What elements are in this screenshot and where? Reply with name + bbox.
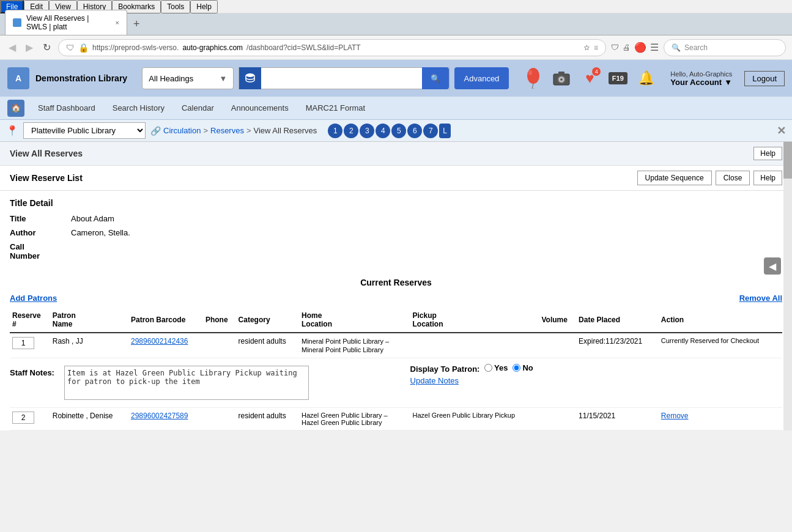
col-patron-name: PatronName xyxy=(50,308,128,333)
reserve-list-help-btn[interactable]: Help xyxy=(753,171,782,185)
table-row: Robinette , Denise 29896002427589 reside… xyxy=(10,408,782,430)
nav-announcements[interactable]: Announcements xyxy=(223,98,297,117)
add-patrons-link[interactable]: Add Patrons xyxy=(10,294,57,303)
browser-search-label: Search xyxy=(684,43,708,52)
url-bar[interactable]: 🛡 🔒 https://preprod-swls-verso.auto-grap… xyxy=(58,39,606,56)
breadcrumb: 🔗 Circulation > Reserves > View All Rese… xyxy=(150,126,317,136)
print-icon[interactable]: 🖨 xyxy=(623,43,631,52)
library-name: Demonstration Library xyxy=(35,73,127,83)
tab-title: View All Reserves | SWLS | platt xyxy=(26,14,111,31)
menu-help[interactable]: Help xyxy=(190,0,218,13)
view-all-reserves-help-btn[interactable]: Help xyxy=(753,147,782,160)
menu-hamburger-icon[interactable]: ☰ xyxy=(650,42,659,53)
reserve2-patron-name: Robinette , Denise xyxy=(50,408,128,430)
balloon-icon[interactable] xyxy=(522,67,544,89)
table-header-row: Reserve# PatronName Patron Barcode Phone… xyxy=(10,308,782,333)
reserve2-pickup-location: Hazel Green Public Library Pickup xyxy=(410,408,539,430)
back-arrow-btn[interactable]: ◀ xyxy=(764,257,781,275)
title-row: Title About Adam xyxy=(10,214,782,223)
browser-tab-active[interactable]: View All Reserves | SWLS | platt × xyxy=(5,10,127,35)
page-5[interactable]: 5 xyxy=(391,124,406,138)
display-patron-yes-radio[interactable] xyxy=(484,364,492,372)
url-domain: auto-graphics.com xyxy=(182,43,243,52)
location-selector[interactable]: Platteville Public Library xyxy=(23,122,146,139)
col-pickup-location: PickupLocation xyxy=(410,308,539,333)
reserves-actions: Add Patrons Remove All xyxy=(10,294,782,303)
refresh-btn[interactable]: ↻ xyxy=(40,39,53,56)
breadcrumb-chain-icon: 🔗 xyxy=(150,126,161,136)
display-patron-radio-group[interactable]: Yes No xyxy=(484,363,533,372)
update-sequence-btn[interactable]: Update Sequence xyxy=(637,171,712,185)
favorites-icon[interactable]: ♥ 4 xyxy=(579,67,601,89)
col-home-location: HomeLocation xyxy=(299,308,410,333)
main-content: View All Reserves Help View Reserve List… xyxy=(0,142,792,430)
scrollbar[interactable] xyxy=(783,142,792,430)
scanner-icon[interactable] xyxy=(550,67,572,89)
f19-shortcut-icon[interactable]: F19 xyxy=(607,67,629,89)
nav-search-history[interactable]: Search History xyxy=(104,98,173,117)
database-icon[interactable] xyxy=(239,67,261,89)
shield-check-icon: 🛡 xyxy=(611,43,619,52)
search-type-label: All Headings xyxy=(149,74,193,83)
browser-search-bar[interactable]: 🔍 Search xyxy=(664,39,786,56)
back-btn[interactable]: ◀ xyxy=(6,39,18,56)
breadcrumb-reserves[interactable]: Reserves xyxy=(210,126,244,135)
close-reserve-list-btn[interactable]: Close xyxy=(716,171,750,185)
reserve2-barcode-link[interactable]: 29896002427589 xyxy=(131,412,188,420)
back-arrow-container: ◀ xyxy=(764,257,781,275)
author-value: Cameron, Stella. xyxy=(71,228,130,237)
new-tab-btn[interactable]: + xyxy=(127,15,146,33)
reserve1-barcode-link[interactable]: 29896002142436 xyxy=(131,337,188,345)
reserve2-date-placed: 11/15/2021 xyxy=(576,408,659,430)
reserve1-volume xyxy=(539,333,576,358)
view-reserve-list-header: View Reserve List Update Sequence Close … xyxy=(0,166,792,191)
url-path: /dashboard?cid=SWLS&lid=PLATT xyxy=(246,43,361,52)
bookmark-star-icon[interactable]: ☆ xyxy=(583,43,590,52)
your-account-label[interactable]: Your Account ▼ xyxy=(670,78,732,87)
favorites-badge: 4 xyxy=(592,67,601,76)
update-notes-link[interactable]: Update Notes xyxy=(410,376,780,385)
page-6[interactable]: 6 xyxy=(407,124,422,138)
remove-all-link[interactable]: Remove All xyxy=(739,294,782,303)
search-input[interactable] xyxy=(261,68,421,89)
nav-marc21[interactable]: MARC21 Format xyxy=(297,98,374,117)
address-bar: ◀ ▶ ↻ 🛡 🔒 https://preprod-swls-verso.aut… xyxy=(0,35,792,60)
home-nav-btn[interactable]: 🏠 xyxy=(7,100,24,117)
col-phone: Phone xyxy=(203,308,236,333)
reserve-list-actions: Update Sequence Close Help xyxy=(637,171,782,185)
table-row: Rash , JJ 29896002142436 resident adults… xyxy=(10,333,782,358)
logout-btn[interactable]: Logout xyxy=(744,71,785,86)
col-date-placed: Date Placed xyxy=(576,308,659,333)
search-type-dropdown[interactable]: All Headings ▼ xyxy=(142,67,234,89)
chevron-account-icon: ▼ xyxy=(724,78,732,87)
breadcrumb-circulation[interactable]: Circulation xyxy=(163,126,201,135)
reserve2-num-input[interactable] xyxy=(12,412,34,424)
search-go-btn[interactable]: 🔍 xyxy=(422,67,449,89)
page-2[interactable]: 2 xyxy=(344,124,358,138)
scroll-thumb[interactable] xyxy=(783,142,792,179)
page-3[interactable]: 3 xyxy=(360,124,374,138)
page-1[interactable]: 1 xyxy=(328,124,342,138)
page-7[interactable]: 7 xyxy=(423,124,438,138)
page-4[interactable]: 4 xyxy=(376,124,390,138)
account-area[interactable]: Hello, Auto-Graphics Your Account ▼ xyxy=(670,70,732,87)
app-nav: 🏠 Staff Dashboard Search History Calenda… xyxy=(0,97,792,120)
close-panel-btn[interactable]: ✕ xyxy=(777,124,786,138)
menu-tools[interactable]: Tools xyxy=(161,0,190,13)
display-patron-no-radio[interactable] xyxy=(513,364,520,372)
nav-staff-dashboard[interactable]: Staff Dashboard xyxy=(29,98,104,117)
reserve1-num-input[interactable] xyxy=(12,337,34,349)
reserve2-remove-link[interactable]: Remove xyxy=(661,412,689,420)
tab-close-btn[interactable]: × xyxy=(116,19,119,26)
page-l[interactable]: L xyxy=(439,124,451,138)
nav-calendar[interactable]: Calendar xyxy=(173,98,223,117)
reserve1-barcode: 29896002142436 xyxy=(128,333,203,358)
view-all-reserves-header: View All Reserves Help xyxy=(0,142,792,166)
reserve1-category: resident adults xyxy=(236,333,299,358)
staff-notes-textarea[interactable] xyxy=(64,366,309,400)
notifications-bell-icon[interactable]: 🔔 xyxy=(635,67,657,89)
advanced-search-btn[interactable]: Advanced xyxy=(454,67,509,89)
reserve1-patron-name: Rash , JJ xyxy=(50,333,128,358)
forward-btn[interactable]: ▶ xyxy=(23,39,35,56)
col-reserve-num: Reserve# xyxy=(10,308,50,333)
